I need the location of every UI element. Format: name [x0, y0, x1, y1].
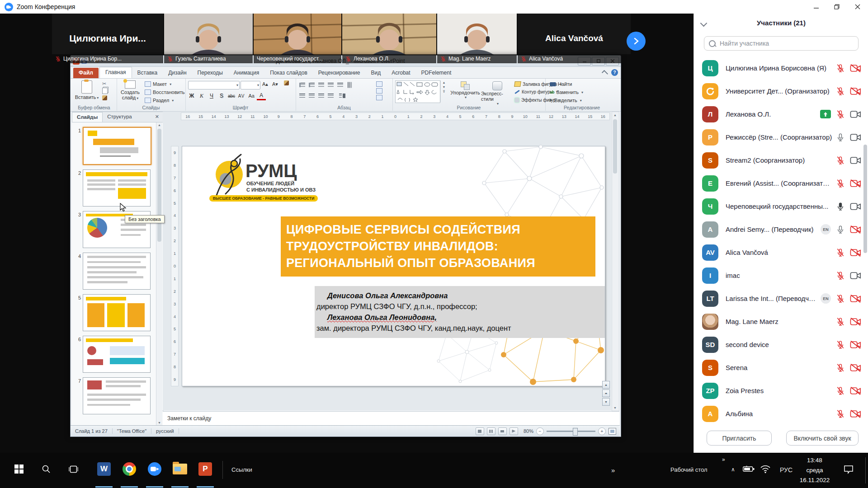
participant-row[interactable]: AАльбина — [694, 402, 868, 425]
desktop-toolbar[interactable]: Рабочий стол — [670, 466, 708, 473]
bullets-button[interactable] — [297, 80, 307, 89]
thumbnail-image[interactable] — [83, 127, 151, 165]
vertical-scrollbar[interactable]: ▲ ▼ — [612, 112, 619, 411]
video-tile-3[interactable]: Череповецкий государст... — [254, 14, 341, 63]
action-center-icon[interactable] — [842, 463, 855, 476]
scrollbar-thumb[interactable] — [157, 129, 161, 242]
invite-button[interactable]: Пригласить — [707, 431, 772, 446]
scroll-down-icon[interactable]: ▼ — [612, 406, 618, 409]
notes-pane[interactable]: Заметки к слайду — [163, 411, 619, 425]
clear-formatting-icon[interactable] — [284, 80, 289, 85]
slide-thumbnail-2[interactable]: 2 — [75, 169, 162, 206]
participant-row[interactable]: SStream2 (Соорганизатор) — [694, 149, 868, 172]
taskbar-app-word[interactable]: W — [95, 460, 113, 478]
zoom-slider[interactable] — [547, 431, 595, 432]
video-tile-1[interactable]: Цилюгина Ири...Цилюгина Ирина Бор... — [52, 14, 163, 63]
font-style-button-6[interactable]: Aa — [247, 92, 256, 100]
show-desktop-button[interactable] — [865, 457, 866, 483]
participant-row[interactable]: Iimac — [694, 264, 868, 287]
ppt-tab-вставка[interactable]: Вставка — [132, 68, 163, 78]
language-status[interactable]: русский — [151, 428, 179, 434]
minimize-button[interactable] — [806, 0, 826, 14]
participants-scrollbar-thumb[interactable] — [863, 145, 867, 253]
help-icon[interactable]: ? — [611, 69, 618, 76]
format-painter-icon[interactable] — [102, 95, 107, 100]
thumbnail-image[interactable] — [83, 294, 151, 331]
fit-to-window-button[interactable] — [609, 428, 616, 435]
video-tile-2[interactable]: Гузель Саитгалиева — [164, 14, 253, 63]
taskbar-clock[interactable]: 13:48 среда 16.11.2022 — [792, 455, 837, 485]
participant-row[interactable]: ЦЦилюгина Ирина Борисовна (Я) — [694, 56, 868, 80]
justify-button[interactable] — [326, 91, 335, 100]
layout-button[interactable]: Макет — [145, 81, 171, 87]
line-spacing-button[interactable] — [335, 80, 345, 89]
find-button[interactable]: Найти — [550, 81, 572, 87]
align-left-button[interactable] — [297, 91, 307, 100]
shapes-gallery[interactable] — [395, 80, 440, 103]
slides-panel-scrollbar[interactable]: ▲ ▼ — [156, 122, 162, 425]
participant-row[interactable]: SSerena — [694, 356, 868, 379]
font-style-button-5[interactable]: AV — [237, 92, 246, 100]
search-taskbar-button[interactable] — [37, 460, 55, 478]
ppt-tab-переходы[interactable]: Переходы — [192, 68, 228, 78]
shrink-font-button[interactable]: А▾ — [272, 81, 278, 87]
video-tile-6[interactable]: Alica VančováAlica Vančová — [518, 14, 631, 63]
slide-thumbnail-7[interactable]: 7 — [75, 377, 162, 414]
slide-thumbnail-6[interactable]: 6 — [75, 336, 162, 373]
taskbar-app-zoom[interactable] — [146, 460, 164, 478]
video-tile-4[interactable]: Леханова О.Л. — [342, 14, 436, 63]
previous-slide-double-button[interactable]: ⏶ — [602, 389, 610, 397]
quick-styles-button[interactable]: Экспресс-стили — [481, 81, 514, 106]
participant-row[interactable]: Mag. Lane Maerz — [694, 310, 868, 333]
font-style-button-0[interactable]: Ж — [187, 92, 196, 100]
thumbnail-image[interactable] — [83, 336, 151, 373]
columns-button[interactable] — [335, 91, 345, 100]
zoom-in-button[interactable]: + — [598, 427, 606, 435]
next-videos-button[interactable] — [627, 32, 646, 51]
participant-row[interactable]: SDsecond device — [694, 333, 868, 356]
thumbnail-image[interactable] — [83, 377, 151, 414]
paste-button[interactable]: Вставить — [76, 80, 98, 100]
select-button[interactable]: Выделить — [550, 98, 582, 103]
copy-icon[interactable] — [102, 88, 108, 94]
unmute-button[interactable]: Включить свой звук — [786, 431, 859, 446]
taskbar-app-chrome[interactable] — [120, 460, 138, 478]
participant-row[interactable]: ЕЕвгений (Assist... (Соорганизатор) — [694, 172, 868, 195]
convert-smartart-icon[interactable] — [376, 95, 382, 100]
text-direction-button[interactable] — [345, 80, 354, 89]
thumbnail-image[interactable] — [83, 169, 151, 206]
participant-row[interactable]: LTLarissa the Int... (Переводчик)EN — [694, 287, 868, 310]
battery-icon[interactable] — [741, 462, 756, 476]
align-center-button[interactable] — [307, 91, 316, 100]
participant-row[interactable]: Университет Дет... (Организатор) — [694, 80, 868, 103]
participant-row[interactable]: ЧЧереповецкий государственны... — [694, 195, 868, 218]
section-button[interactable]: Раздел — [145, 98, 174, 103]
close-slides-panel-icon[interactable]: ✕ — [151, 112, 163, 122]
slide-sorter-button[interactable] — [487, 427, 495, 435]
participant-row[interactable]: ЛЛеханова О.Л. — [694, 103, 868, 126]
slide-thumbnail-5[interactable]: 5 — [75, 294, 162, 331]
show-hidden-icons-button[interactable]: ∧ — [731, 466, 735, 473]
font-style-button-2[interactable]: Ч — [207, 92, 216, 100]
scrollbar-thumb[interactable] — [613, 119, 617, 174]
ppt-tab-pdfelement[interactable]: PDFelement — [416, 68, 457, 78]
next-slide-button[interactable]: ▼ — [602, 398, 610, 406]
desktop-overflow-chevron[interactable]: » — [722, 456, 725, 463]
slide-thumbnail-1[interactable]: 1 — [75, 127, 162, 165]
increase-indent-button[interactable] — [326, 80, 335, 89]
zoom-out-button[interactable]: − — [536, 427, 544, 435]
thumbnail-image[interactable] — [83, 253, 151, 290]
taskbar-app-explorer[interactable] — [171, 460, 189, 478]
start-button[interactable] — [10, 460, 28, 478]
links-toolbar[interactable]: Ссылки — [231, 466, 252, 473]
scroll-up-icon[interactable]: ▲ — [157, 123, 161, 127]
search-input[interactable] — [719, 39, 858, 47]
ppt-tab-анимация[interactable]: Анимация — [228, 68, 264, 78]
scroll-up-icon[interactable]: ▲ — [612, 113, 618, 117]
font-style-button-7[interactable]: А — [257, 91, 266, 100]
align-text-icon[interactable] — [376, 88, 382, 94]
ppt-tab-рецензирование[interactable]: Рецензирование — [313, 68, 366, 78]
cut-icon[interactable]: ✂ — [102, 81, 108, 86]
ppt-tab-дизайн[interactable]: Дизайн — [163, 68, 192, 78]
slide-thumbnail-4[interactable]: 4 — [75, 253, 162, 290]
